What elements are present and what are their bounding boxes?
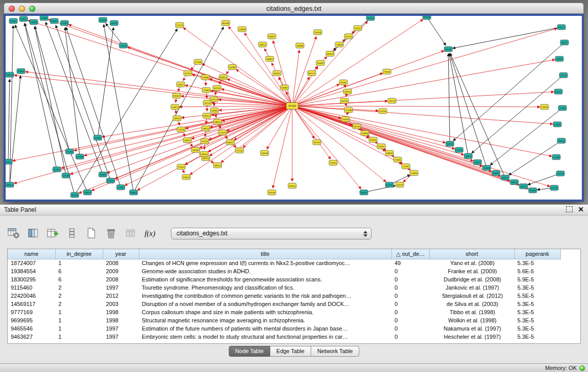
graph-node[interactable]: 16992 — [360, 190, 368, 195]
graph-node[interactable]: 17204 — [60, 20, 69, 26]
table-cell[interactable]: 1 — [55, 333, 103, 341]
table-cell[interactable]: 0 — [391, 316, 429, 324]
graph-node[interactable]: 16916 — [369, 137, 377, 142]
graph-node[interactable]: 81830 — [423, 16, 431, 19]
graph-node[interactable]: 16774 — [556, 171, 564, 176]
graph-node[interactable]: 18223 — [202, 126, 210, 131]
graph-node[interactable]: 95582 — [316, 60, 324, 65]
graph-node[interactable]: 20851 — [50, 18, 58, 24]
table-cell[interactable]: 9465546 — [8, 324, 55, 333]
graph-node[interactable]: 15958 — [540, 104, 549, 110]
graph-node[interactable]: 19873 — [83, 190, 92, 195]
table-cell[interactable]: 5.5E-5 — [514, 292, 560, 300]
graph-node[interactable]: 10994 — [210, 108, 219, 113]
rows-button[interactable] — [66, 227, 79, 240]
graph-node[interactable]: 15892 — [17, 69, 25, 74]
graph-node[interactable]: 29917 — [203, 113, 211, 118]
graph-node[interactable]: 12774 — [559, 73, 568, 78]
table-row[interactable]: 946362711997Embryonic stem cells: a mode… — [8, 333, 580, 341]
table-row[interactable]: 911546021997Tourette syndrome. Phenomeno… — [8, 283, 580, 292]
graph-node[interactable]: 15245 — [396, 182, 404, 187]
graph-node[interactable]: 18959 — [385, 150, 394, 156]
graph-node[interactable]: 31174 — [344, 34, 353, 39]
table-row[interactable]: 2242004622012Investigating the contribut… — [8, 292, 580, 300]
graph-node[interactable]: 19984 — [40, 16, 48, 20]
table-cell[interactable]: de Silva et al. (2003) — [429, 300, 514, 308]
graph-node[interactable]: 16034 — [557, 138, 565, 143]
table-row[interactable]: 1830029562008Estimation of significance … — [8, 275, 580, 283]
graph-node[interactable]: 16945 — [273, 71, 281, 76]
graph-node[interactable]: 30672 — [213, 119, 222, 124]
table-cell[interactable]: Corpus callosum shape and size in male p… — [139, 308, 391, 316]
graph-node[interactable]: 27358 — [194, 59, 202, 64]
table-cell[interactable]: Yano et al. (2008) — [429, 259, 514, 267]
table-cell[interactable]: 9777169 — [8, 308, 55, 316]
table-cell[interactable]: 0 — [391, 333, 429, 341]
table-cell[interactable]: 0 — [391, 267, 429, 275]
graph-node[interactable]: 17103 — [558, 105, 567, 111]
table-cell[interactable]: 18300295 — [8, 275, 55, 283]
table-cell[interactable]: 2012 — [103, 292, 139, 300]
graph-node[interactable]: 16056 — [361, 130, 369, 136]
graph-node[interactable]: 10318 — [260, 150, 269, 156]
table-row[interactable]: 1938455462009Genome-wide association stu… — [8, 267, 580, 275]
column-header-out_de[interactable]: △ out_de… — [391, 249, 429, 259]
graph-node[interactable]: 42751 — [213, 85, 221, 91]
graph-node[interactable]: 16234 — [288, 183, 296, 188]
table-cell[interactable]: 1 — [55, 324, 103, 333]
table-cell[interactable]: Jankovic et al. (1997) — [429, 283, 514, 292]
table-cell[interactable]: Tourette syndrome. Phenomenology and cla… — [139, 283, 391, 292]
graph-node[interactable]: 18302 — [280, 85, 289, 90]
graph-node[interactable]: 45144 — [313, 140, 321, 145]
graph-node[interactable]: 19214 — [473, 160, 482, 165]
graph-node[interactable]: 17433 — [219, 130, 227, 135]
graph-node[interactable]: 15051 — [9, 18, 17, 24]
new-table-button[interactable] — [85, 227, 98, 240]
graph-node[interactable]: 10945 — [510, 180, 518, 185]
graph-node[interactable]: 92451 — [385, 182, 394, 187]
table-cell[interactable]: 5.3E-5 — [514, 324, 560, 333]
column-header-short[interactable]: short — [429, 249, 514, 259]
graph-node[interactable]: 54955 — [377, 144, 385, 149]
close-panel-icon[interactable]: ✕ — [578, 206, 584, 213]
graph-node[interactable]: 18914 — [501, 175, 509, 180]
table-cell[interactable]: 6 — [55, 275, 103, 283]
window-titlebar[interactable]: citations_edges.txt — [4, 3, 584, 14]
graph-node[interactable]: 23118 — [62, 173, 70, 178]
table-cell[interactable]: Genome-wide association studies in ADHD. — [139, 267, 391, 275]
table-row[interactable]: 1872400712008Changes of HCN gene express… — [8, 259, 580, 267]
graph-node[interactable]: 10745 — [353, 124, 361, 129]
graph-node[interactable]: 18235 — [173, 116, 181, 121]
graph-node[interactable]: 12701 — [402, 164, 410, 169]
import-column-button[interactable] — [46, 227, 59, 240]
table-cell[interactable]: 2003 — [103, 300, 139, 308]
graph-node[interactable]: 84200 — [222, 20, 230, 26]
graph-node[interactable]: 55723 — [366, 16, 375, 20]
graph-node[interactable]: 50513 — [6, 182, 14, 187]
table-cell[interactable]: 5.3E-5 — [514, 316, 560, 324]
graph-node[interactable]: 17435 — [455, 147, 463, 152]
table-cell[interactable]: 0 — [391, 324, 429, 333]
float-panel-icon[interactable] — [566, 206, 573, 212]
table-cell[interactable]: Dudbridge et al. (2008) — [429, 275, 514, 283]
minimize-window-button[interactable] — [19, 6, 25, 12]
graph-node[interactable]: 18134 — [213, 163, 222, 168]
table-cell[interactable]: 1 — [55, 308, 103, 316]
graph-node[interactable]: 12650 — [553, 122, 561, 127]
graph-node[interactable]: 91377 — [557, 25, 565, 30]
graph-node[interactable]: 66910 — [326, 51, 334, 56]
table-cell[interactable]: Structural magnetic resonance image aver… — [139, 316, 391, 324]
table-cell[interactable]: Disruption of a novel member of a sodium… — [139, 300, 391, 308]
table-cell[interactable]: 5.3E-5 — [514, 259, 560, 267]
graph-node[interactable]: 18457 — [268, 34, 276, 39]
graph-node[interactable]: 10474 — [343, 89, 352, 94]
column-header-pagerank[interactable]: pagerank — [514, 249, 560, 259]
table-cell[interactable]: 1997 — [103, 283, 139, 292]
table-cell[interactable]: 1 — [55, 316, 103, 324]
graph-node[interactable]: 19101 — [6, 159, 12, 164]
table-row[interactable]: 977716911998Corpus callosum shape and si… — [8, 308, 580, 316]
network-table-select[interactable]: citations_edges.txt — [171, 228, 372, 239]
tab-node-table[interactable]: Node Table — [229, 346, 270, 357]
graph-node[interactable]: 22608 — [201, 75, 209, 80]
table-cell[interactable]: Tibbo et al. (1998) — [429, 308, 514, 316]
